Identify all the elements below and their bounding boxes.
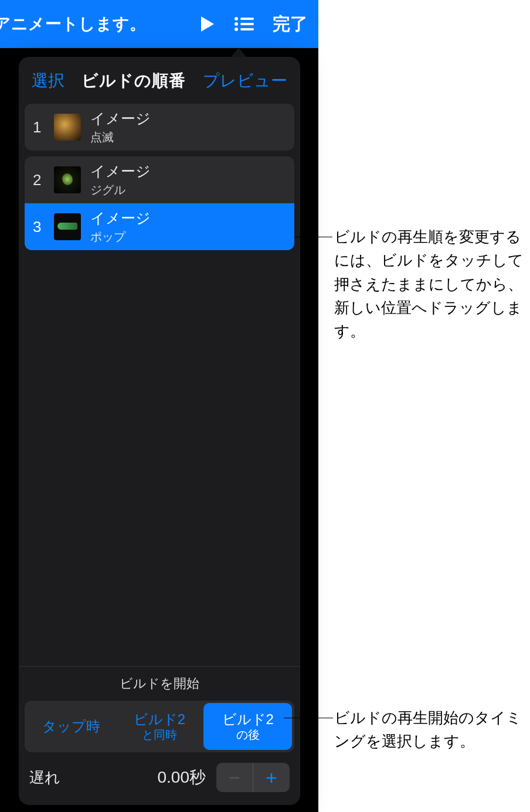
build-item-selected[interactable]: 3 イメージ ポップ xyxy=(25,203,294,250)
popover-title: ビルドの順番 xyxy=(64,70,203,92)
svg-point-0 xyxy=(235,17,238,21)
stepper-decrement[interactable]: − xyxy=(216,763,253,792)
start-segmented-control: タップ時 ビルド2 と同時 ビルド2 の後 xyxy=(25,701,294,752)
seg-label: ビルド2 xyxy=(134,711,185,728)
delay-row: 遅れ 0.00秒 − + xyxy=(25,752,294,796)
delay-value: 0.00秒 xyxy=(60,766,216,789)
build-effect: ジグル xyxy=(90,182,151,198)
start-label: ビルドを開始 xyxy=(25,675,294,692)
svg-rect-3 xyxy=(240,23,254,25)
build-name: イメージ xyxy=(90,209,151,228)
build-start-section: ビルドを開始 タップ時 ビルド2 と同時 ビルド2 の後 遅れ 0.00秒 − xyxy=(19,666,300,805)
build-effect: 点滅 xyxy=(90,129,151,145)
build-order-popover: 選択 ビルドの順番 プレビュー 1 イメージ 点滅 2 イメージ ジグル xyxy=(19,57,300,805)
start-option-with-build[interactable]: ビルド2 と同時 xyxy=(115,703,204,750)
list-icon[interactable] xyxy=(234,16,254,32)
seg-label: タップ時 xyxy=(42,718,100,735)
build-text: イメージ ジグル xyxy=(90,162,151,198)
toolbar-title: アニメートします。 xyxy=(0,13,200,35)
build-text: イメージ ポップ xyxy=(90,209,151,245)
build-thumbnail xyxy=(54,114,81,141)
toolbar-actions: 完了 xyxy=(200,12,308,36)
build-thumbnail xyxy=(54,213,81,240)
popover-header: 選択 ビルドの順番 プレビュー xyxy=(19,57,300,104)
build-name: イメージ xyxy=(90,162,151,181)
callout-line xyxy=(295,237,332,237)
build-item[interactable]: 1 イメージ 点滅 xyxy=(25,104,294,151)
delay-stepper: − + xyxy=(216,763,290,792)
build-effect: ポップ xyxy=(90,229,151,245)
popover-pointer xyxy=(230,48,247,57)
seg-sublabel: と同時 xyxy=(142,728,177,742)
delay-label: 遅れ xyxy=(29,767,60,788)
toolbar: アニメートします。 完了 xyxy=(0,0,318,48)
svg-rect-1 xyxy=(240,18,254,20)
build-text: イメージ 点滅 xyxy=(90,109,151,145)
done-button[interactable]: 完了 xyxy=(273,12,308,36)
callout-reorder: ビルドの再生順を変更するには、ビルドをタッチして押さえたままにしてから、新しい位… xyxy=(334,225,528,343)
stepper-increment[interactable]: + xyxy=(253,763,290,792)
build-list: 1 イメージ 点滅 2 イメージ ジグル 3 イメージ xyxy=(19,104,300,256)
start-option-after-build[interactable]: ビルド2 の後 xyxy=(203,703,292,750)
build-number: 1 xyxy=(33,118,49,137)
callout-line xyxy=(284,718,333,718)
build-number: 2 xyxy=(33,171,49,189)
seg-sublabel: の後 xyxy=(236,728,260,742)
start-option-on-tap[interactable]: タップ時 xyxy=(27,703,115,750)
callout-timing: ビルドの再生開始のタイミングを選択します。 xyxy=(334,706,528,753)
svg-point-4 xyxy=(235,28,238,31)
svg-rect-5 xyxy=(240,28,254,30)
select-button[interactable]: 選択 xyxy=(32,70,64,92)
play-icon[interactable] xyxy=(200,15,215,33)
build-name: イメージ xyxy=(90,109,151,128)
svg-point-2 xyxy=(235,22,238,26)
seg-label: ビルド2 xyxy=(222,711,274,728)
build-item[interactable]: 2 イメージ ジグル xyxy=(25,156,294,203)
build-number: 3 xyxy=(33,218,49,236)
build-thumbnail xyxy=(54,166,81,193)
preview-button[interactable]: プレビュー xyxy=(203,70,287,92)
